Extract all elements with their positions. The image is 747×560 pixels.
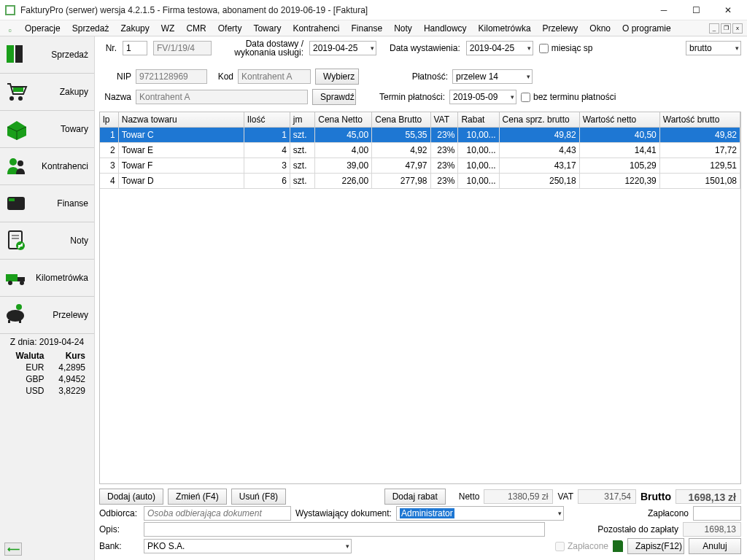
wystawiajacy-label: Wystawiający dokument: xyxy=(295,508,392,518)
menu-wz[interactable]: WZ xyxy=(157,22,179,35)
svg-rect-17 xyxy=(6,274,18,281)
menu-oferty[interactable]: Oferty xyxy=(214,22,247,35)
zaplacono-field[interactable] xyxy=(693,506,741,521)
col-header[interactable]: lp xyxy=(100,112,118,128)
sidebar-item-zakupy[interactable]: Zakupy xyxy=(0,74,94,111)
clipboard-icon xyxy=(4,228,29,253)
sidebar-item-finanse[interactable]: Finanse xyxy=(0,185,94,222)
odbiorca-field[interactable] xyxy=(144,506,291,521)
sidebar: Sprzedaż Zakupy Towary Kontrahenci Finan… xyxy=(0,36,95,560)
col-header[interactable]: Wartość brutto xyxy=(659,112,740,128)
col-header[interactable]: jm xyxy=(290,112,314,128)
close-button[interactable]: ✕ xyxy=(712,1,744,20)
col-header[interactable]: Cena sprz. brutto xyxy=(499,112,579,128)
opis-field[interactable] xyxy=(144,522,545,537)
menu-towary[interactable]: Towary xyxy=(249,22,285,35)
col-header[interactable]: Nazwa towaru xyxy=(118,112,244,128)
platnosc-label: Płatność: xyxy=(403,71,448,82)
svg-point-6 xyxy=(9,96,14,101)
mdi-minimize-icon[interactable]: _ xyxy=(709,23,719,34)
mdi-close-icon[interactable]: x xyxy=(732,23,743,34)
dodaj-rabat-button[interactable]: Dodaj rabat xyxy=(384,489,446,505)
zapisz-button[interactable]: Zapisz(F12) xyxy=(627,538,684,554)
svg-rect-12 xyxy=(9,198,15,201)
sidebar-item-kontrahenci[interactable]: Kontrahenci xyxy=(0,148,94,185)
svg-rect-24 xyxy=(19,320,21,323)
usun-button[interactable]: Usuń (F8) xyxy=(231,489,286,505)
nazwa-label: Nazwa xyxy=(99,92,131,102)
svg-point-22 xyxy=(16,304,22,310)
data-wystawienia-picker[interactable]: 2019-04-25▾ xyxy=(466,41,533,55)
termin-label: Termin płatności: xyxy=(376,92,445,102)
wybierz-button[interactable]: Wybierz xyxy=(315,69,359,85)
items-table[interactable]: lpNazwa towaruIlośćjmCena NettoCena Brut… xyxy=(99,112,741,484)
brutto-select[interactable]: brutto▾ xyxy=(686,41,741,55)
dodaj-auto-button[interactable]: Dodaj (auto) xyxy=(99,489,163,505)
sprawdz-button[interactable]: Sprawdź xyxy=(312,89,356,105)
table-row[interactable]: 1Towar C1szt.45,0055,3523%10,00...49,824… xyxy=(100,128,740,143)
kod-field[interactable] xyxy=(238,69,311,84)
menu-kontrahenci[interactable]: Kontrahenci xyxy=(288,22,344,35)
menu-handlowcy[interactable]: Handlowcy xyxy=(419,22,471,35)
sidebar-item-sprzedaz[interactable]: Sprzedaż xyxy=(0,36,94,74)
menu-noty[interactable]: Noty xyxy=(390,22,417,35)
back-button[interactable]: ⟵ xyxy=(0,538,94,560)
data-wystawienia-label: Data wystawienia: xyxy=(390,43,460,53)
svg-rect-8 xyxy=(13,88,23,92)
menu-cmr[interactable]: CMR xyxy=(182,22,210,35)
table-row[interactable]: 2Towar E4szt.4,004,9223%10,00...4,4314,4… xyxy=(100,143,740,158)
menu-sprzedaz[interactable]: Sprzedaż xyxy=(68,22,114,35)
col-header[interactable]: Ilość xyxy=(244,112,290,128)
anuluj-button[interactable]: Anuluj xyxy=(689,538,741,554)
minimize-button[interactable]: ─ xyxy=(648,1,680,20)
brutto-label: Brutto xyxy=(640,491,671,502)
svg-rect-1 xyxy=(7,7,14,14)
col-header[interactable]: Rabat xyxy=(458,112,499,128)
menu-przelewy[interactable]: Przelewy xyxy=(538,22,583,35)
platnosc-select[interactable]: przelew 14▾ xyxy=(452,69,533,84)
brutto-value: 1698,13 zł xyxy=(676,489,741,504)
nazwa-field[interactable] xyxy=(136,90,308,104)
menu-oprogramie[interactable]: O programie xyxy=(618,22,676,35)
svg-rect-4 xyxy=(7,45,14,63)
maximize-button[interactable]: ☐ xyxy=(680,1,712,20)
zaplacone-checkbox: Zapłacone xyxy=(555,541,608,551)
wystawiajacy-select[interactable]: Administrator▾ xyxy=(396,506,564,521)
nr-label: Nr. xyxy=(99,43,117,53)
menu-finanse[interactable]: Finanse xyxy=(347,22,387,35)
miesiac-sp-checkbox[interactable]: miesiąc sp xyxy=(539,43,593,53)
vat-value: 317,54 xyxy=(578,489,636,504)
nip-field[interactable] xyxy=(136,69,207,84)
table-row[interactable]: 3Towar F3szt.39,0047,9723%10,00...43,171… xyxy=(100,158,740,174)
col-header[interactable]: VAT xyxy=(430,112,458,128)
menu-kilometrowka[interactable]: Kilometrówka xyxy=(474,22,535,35)
table-row[interactable]: 4Towar D6szt.226,00277,9823%10,00...250,… xyxy=(100,174,740,189)
sidebar-item-przelewy[interactable]: Przelewy xyxy=(0,297,94,334)
col-header[interactable]: Wartość netto xyxy=(579,112,659,128)
menu-zakupy[interactable]: Zakupy xyxy=(116,22,153,35)
sidebar-item-towary[interactable]: Towary xyxy=(0,111,94,148)
data-dostawy-picker[interactable]: 2019-04-25▾ xyxy=(309,41,376,55)
menu-okno[interactable]: Okno xyxy=(585,22,615,35)
svg-rect-5 xyxy=(15,45,23,63)
svg-point-20 xyxy=(20,281,24,285)
mdi-restore-icon[interactable]: ❐ xyxy=(721,23,731,34)
col-header[interactable]: Cena Netto xyxy=(315,112,372,128)
zmien-button[interactable]: Zmień (F4) xyxy=(168,489,227,505)
nip-label: NIP xyxy=(99,71,131,82)
sidebar-item-noty[interactable]: Noty xyxy=(0,222,94,260)
bank-select[interactable]: PKO S.A.▾ xyxy=(144,539,352,553)
bez-terminu-checkbox[interactable]: bez terminu płatności xyxy=(521,92,616,102)
bank-label: Bank: xyxy=(99,541,139,551)
termin-picker[interactable]: 2019-05-09▾ xyxy=(449,90,516,104)
box-icon xyxy=(4,117,29,141)
col-header[interactable]: Cena Brutto xyxy=(372,112,430,128)
menu-bar: Operacje Sprzedaż Zakupy WZ CMR Oferty T… xyxy=(0,20,747,36)
truck-icon xyxy=(4,265,29,290)
sidebar-item-kilometrowka[interactable]: Kilometrówka xyxy=(0,260,94,297)
nr-field[interactable] xyxy=(123,41,147,55)
menu-operacje[interactable]: Operacje xyxy=(20,22,65,35)
data-dostawy-label: Data dostawy / wykonania usługi: xyxy=(217,39,303,57)
pozostalo-label: Pozostało do zapłaty xyxy=(597,524,678,534)
rates-date: Z dnia: 2019-04-24 xyxy=(0,334,94,349)
